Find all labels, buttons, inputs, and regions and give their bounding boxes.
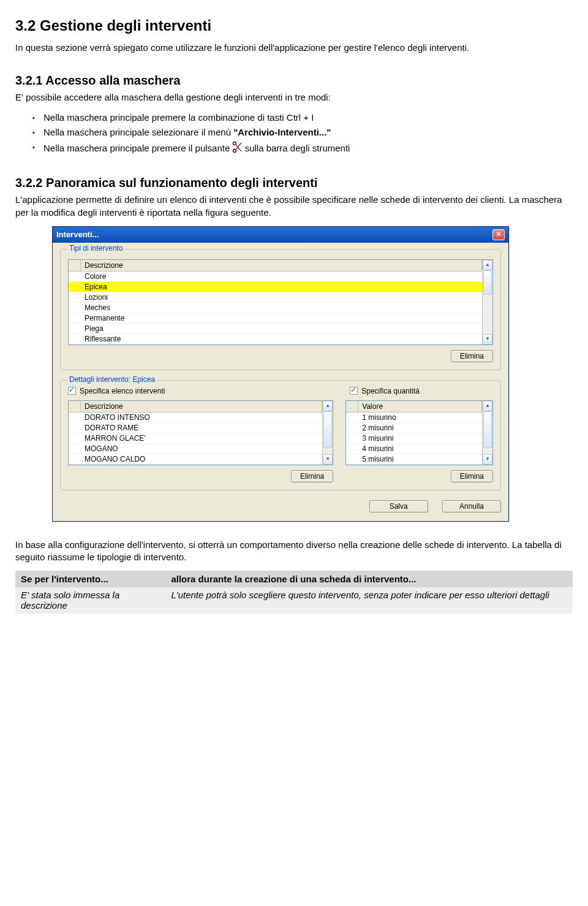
summary-td-2: L'utente potrà solo scegliere questo int… — [166, 587, 573, 614]
close-icon[interactable]: × — [492, 229, 505, 240]
p-321-lead: E' possibile accedere alla maschera dell… — [15, 91, 573, 104]
scroll-thumb[interactable] — [323, 411, 332, 448]
tipi-row[interactable]: Epicea — [81, 282, 482, 292]
elenco-elimina-button[interactable]: Elimina — [291, 470, 333, 482]
group-dettagli-legend: Dettagli intervento: Epicea — [67, 375, 157, 384]
scroll-down-icon[interactable]: ▼ — [483, 454, 492, 465]
scroll-up-icon[interactable]: ▲ — [323, 401, 333, 411]
heading-3-2: 3.2 Gestione degli interventi — [15, 17, 573, 34]
quant-row[interactable]: 2 misurini — [358, 423, 482, 433]
scissors-icon — [232, 141, 242, 156]
quant-elimina-button[interactable]: Elimina — [451, 470, 493, 482]
access-item-1: Nella maschera principale premere la com… — [32, 112, 573, 124]
heading-3-2-2: 3.2.2 Panoramica sul funzionamento degli… — [15, 176, 573, 190]
tipi-listbox[interactable]: Descrizione Colore Epicea Lozioni Meches… — [68, 259, 493, 345]
checkbox-icon[interactable] — [68, 387, 76, 395]
tipi-row[interactable]: Colore — [81, 272, 482, 282]
dialog-title-text: Interventi... — [56, 230, 99, 239]
elenco-row[interactable]: MOGANO CALDO — [81, 454, 322, 465]
quant-row[interactable]: 5 misurini — [358, 454, 482, 465]
tipi-row[interactable]: Permanente — [81, 313, 482, 324]
access-item-2: Nella maschera principale selezionare il… — [32, 126, 573, 139]
quantita-listbox[interactable]: Valore 1 misurino 2 misurini 3 misurini … — [345, 400, 493, 465]
tipi-col-header[interactable]: Descrizione — [81, 260, 482, 272]
elenco-row[interactable]: DORATO RAME — [81, 423, 322, 433]
chk-quantita[interactable]: Specifica quantità — [350, 387, 420, 395]
elenco-col-header[interactable]: Descrizione — [81, 401, 322, 413]
dialog-titlebar[interactable]: Interventi... × — [53, 227, 508, 243]
chk-elenco-label: Specifica elenco interventi — [80, 387, 165, 395]
elenco-scrollbar[interactable]: ▲ ▼ — [322, 401, 333, 465]
checkbox-icon[interactable] — [350, 387, 358, 395]
summary-th-2: allora durante la creazione di una sched… — [166, 571, 573, 587]
group-dettagli: Dettagli intervento: Epicea Specifica el… — [60, 380, 501, 490]
p-after-dialog: In base alla configurazione dell'interve… — [15, 539, 573, 564]
scroll-up-icon[interactable]: ▲ — [483, 260, 492, 270]
scroll-down-icon[interactable]: ▼ — [323, 454, 333, 465]
summary-th-1: Se per l'intervento... — [16, 571, 166, 587]
quant-row[interactable]: 1 misurino — [358, 413, 482, 423]
quant-col-header[interactable]: Valore — [358, 401, 482, 413]
tipi-row[interactable]: Riflessante — [81, 334, 482, 345]
scroll-up-icon[interactable]: ▲ — [483, 401, 492, 411]
quant-row[interactable]: 4 misurini — [358, 444, 482, 454]
access-list: Nella maschera principale premere la com… — [15, 112, 573, 157]
quant-row[interactable]: 3 misurini — [358, 433, 482, 444]
summary-table: Se per l'intervento... allora durante la… — [15, 571, 573, 614]
tipi-row[interactable]: Piega — [81, 324, 482, 334]
group-tipi: Tipi di intervento — [60, 249, 501, 370]
salva-button[interactable]: Salva — [369, 500, 428, 512]
scroll-down-icon[interactable]: ▼ — [483, 334, 492, 345]
access-item-3: Nella maschera principale premere il pul… — [32, 141, 573, 156]
elenco-row[interactable]: DORATO INTENSO — [81, 413, 322, 423]
elenco-listbox[interactable]: Descrizione DORATO INTENSO DORATO RAME M… — [68, 400, 333, 465]
summary-td-1: E' stata solo immessa la descrizione — [16, 587, 166, 614]
tipi-row[interactable]: Lozioni — [81, 292, 482, 303]
intro-text: In questa sezione verrà spiegato come ut… — [15, 42, 573, 54]
tipi-row[interactable]: Meches — [81, 303, 482, 313]
tipi-elimina-button[interactable]: Elimina — [451, 350, 493, 362]
tipi-scrollbar[interactable]: ▲ ▼ — [482, 260, 492, 345]
quant-scrollbar[interactable]: ▲ ▼ — [482, 401, 492, 465]
scroll-thumb[interactable] — [483, 411, 492, 448]
annulla-button[interactable]: Annulla — [442, 500, 501, 512]
chk-elenco[interactable]: Specifica elenco interventi — [68, 387, 165, 395]
interventi-dialog: Interventi... × Tipi di intervento — [52, 226, 509, 522]
heading-3-2-1: 3.2.1 Accesso alla maschera — [15, 74, 573, 88]
elenco-row[interactable]: MOGANO — [81, 444, 322, 454]
group-tipi-legend: Tipi di intervento — [67, 244, 126, 253]
p-322: L'applicazione permette di definire un e… — [15, 194, 573, 219]
chk-quantita-label: Specifica quantità — [361, 387, 420, 395]
elenco-row[interactable]: MARRON GLACE' — [81, 433, 322, 444]
scroll-thumb[interactable] — [483, 270, 492, 295]
